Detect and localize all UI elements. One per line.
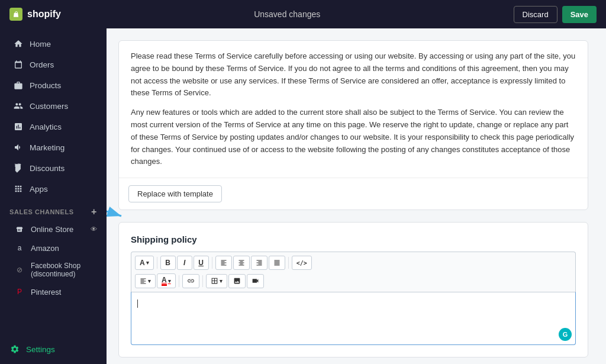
tos-text: Please read these Terms of Service caref… [119, 41, 588, 178]
sidebar-item-amazon[interactable]: a Amazon [0, 239, 107, 257]
analytics-icon [13, 121, 24, 132]
align-left-2-button[interactable]: ▾ [135, 274, 156, 288]
sidebar-item-online-store[interactable]: Online Store 👁 [0, 220, 107, 239]
separator-4 [179, 275, 179, 287]
sidebar-item-marketing[interactable]: Marketing [4, 137, 103, 157]
italic-button[interactable]: I [177, 256, 192, 270]
tos-card: Please read these Terms of Service caref… [118, 40, 588, 210]
pinterest-label: Pinterest [31, 288, 61, 297]
sidebar-products-label: Products [30, 81, 61, 90]
shipping-policy-title: Shipping policy [131, 234, 576, 244]
discounts-icon [13, 163, 24, 173]
sidebar-item-facebook-shop[interactable]: ⊘ Facebook Shop (discontinued) [0, 257, 107, 282]
grammarly-icon: G [559, 328, 572, 341]
bold-button[interactable]: B [160, 256, 176, 270]
settings-label: Settings [26, 345, 55, 354]
logo: shopify [9, 8, 61, 21]
products-icon [13, 80, 24, 91]
separator-2 [212, 257, 212, 269]
link-button[interactable] [182, 274, 199, 288]
topbar-actions: Discard Save [514, 6, 597, 23]
sidebar-item-orders[interactable]: Orders [4, 54, 103, 75]
save-top-button[interactable]: Save [562, 6, 597, 23]
facebook-shop-label: Facebook Shop (discontinued) [31, 262, 80, 278]
toolbar-row-1: A ▾ B I U [135, 255, 572, 271]
online-store-label: Online Store [31, 225, 73, 234]
home-icon [13, 38, 24, 49]
separator-1 [157, 257, 157, 269]
sidebar-item-analytics[interactable]: Analytics [4, 117, 103, 137]
amazon-label: Amazon [31, 244, 59, 253]
code-button[interactable]: </> [292, 256, 312, 270]
separator-5 [202, 275, 203, 287]
text-color-dropdown-icon: ▾ [168, 278, 171, 284]
policy-footer: Replace with template [119, 178, 588, 210]
facebook-icon: ⊘ [14, 265, 25, 275]
replace-with-template-button[interactable]: Replace with template [128, 185, 222, 202]
online-store-icon [14, 224, 25, 234]
add-sales-channel-icon[interactable]: + [91, 207, 97, 217]
shipping-policy-section: Shipping policy A ▾ B I U [118, 222, 588, 357]
text-color-label: A [162, 276, 167, 286]
image-button[interactable] [228, 274, 246, 288]
toolbar-row-2: ▾ A ▾ ▾ [135, 272, 572, 289]
main-layout: Home Orders Products Customers Analytics [0, 28, 606, 364]
font-dropdown-icon: ▾ [146, 260, 149, 266]
eye-icon[interactable]: 👁 [91, 226, 97, 233]
underline-button[interactable]: U [194, 256, 209, 270]
sidebar-marketing-label: Marketing [30, 143, 65, 152]
sidebar-discounts-label: Discounts [30, 164, 65, 173]
align-center-button[interactable] [233, 256, 250, 270]
sales-channels-section: SALES CHANNELS + [0, 199, 107, 220]
settings-icon [9, 344, 20, 355]
sidebar-item-apps[interactable]: Apps [4, 179, 103, 199]
text-cursor [137, 299, 138, 308]
apps-icon [13, 183, 24, 194]
sidebar-item-settings[interactable]: Settings [0, 339, 107, 359]
tos-paragraph-1: Please read these Terms of Service caref… [131, 50, 576, 99]
align-right-button[interactable] [251, 256, 267, 270]
tos-paragraph-2: Any new features or tools which are adde… [131, 107, 576, 168]
sidebar-customers-label: Customers [30, 102, 68, 111]
topbar: shopify Unsaved changes Discard Save [0, 0, 606, 28]
sidebar-item-pinterest[interactable]: P Pinterest [0, 282, 107, 301]
font-size-button[interactable]: A ▾ [135, 256, 154, 270]
discard-button[interactable]: Discard [514, 6, 557, 23]
sidebar-item-home[interactable]: Home [4, 34, 103, 54]
customers-icon [13, 101, 24, 111]
content-area: Please read these Terms of Service caref… [107, 28, 606, 364]
sidebar: Home Orders Products Customers Analytics [0, 28, 107, 364]
amazon-icon: a [14, 243, 25, 253]
sidebar-analytics-label: Analytics [30, 123, 62, 131]
video-button[interactable] [247, 274, 264, 288]
align-left-button[interactable] [215, 256, 232, 270]
sidebar-home-label: Home [30, 40, 51, 49]
separator-3 [288, 257, 289, 269]
marketing-icon [13, 142, 24, 153]
align-justify-button[interactable] [269, 256, 285, 270]
table-button[interactable]: ▾ [206, 274, 227, 288]
sales-channels-label: SALES CHANNELS [9, 208, 74, 215]
orders-icon [13, 59, 24, 70]
shopify-bag-icon [9, 8, 22, 21]
sidebar-item-products[interactable]: Products [4, 75, 103, 95]
sidebar-item-customers[interactable]: Customers [4, 96, 103, 116]
sidebar-orders-label: Orders [30, 60, 54, 69]
shopify-logo-text: shopify [27, 9, 61, 20]
font-label: A [140, 259, 145, 267]
pinterest-icon: P [14, 286, 25, 297]
unsaved-status: Unsaved changes [68, 9, 507, 19]
sidebar-apps-label: Apps [30, 185, 48, 194]
sidebar-item-discounts[interactable]: Discounts [4, 158, 103, 178]
rte-toolbar: A ▾ B I U [131, 252, 576, 292]
rte-editor-body[interactable]: G [131, 292, 576, 345]
text-color-button[interactable]: A ▾ [157, 273, 176, 288]
